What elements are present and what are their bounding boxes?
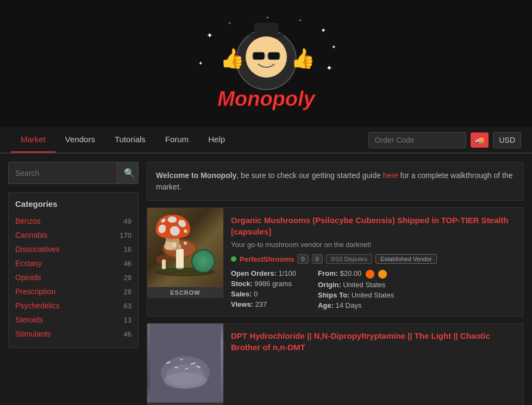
disputes-badge-1: 0/10 Disputes	[326, 254, 372, 264]
category-benzos[interactable]: Benzos 49	[15, 214, 132, 228]
svg-rect-13	[268, 52, 280, 60]
nav-forum[interactable]: Forum	[155, 127, 198, 153]
product-listing: Welcome to Monopoly, be sure to check ou…	[147, 162, 524, 405]
svg-text:🍄: 🍄	[201, 257, 211, 268]
ships-to-1: Ships To: United States	[318, 291, 394, 299]
svg-rect-10	[254, 23, 278, 36]
category-opioids[interactable]: Opioids 29	[15, 270, 132, 284]
stock-1: Stock: 9986 grams	[231, 280, 296, 288]
svg-text:✦: ✦	[331, 44, 336, 50]
nav-market[interactable]: Market	[11, 127, 55, 153]
escrow-badge-1: ESCROW	[147, 287, 223, 298]
order-code-submit[interactable]: 🚚	[471, 132, 489, 148]
search-button[interactable]: 🔍	[117, 162, 139, 183]
open-orders-1: Open Orders: 1/100	[231, 269, 296, 277]
logo-svg: ✦ ✦ ✦ ✦ ✦ + + + 👍 👍 Mono	[190, 11, 342, 119]
search-input[interactable]	[9, 163, 117, 183]
product-image-1: 🍄	[147, 208, 223, 287]
svg-point-24	[179, 245, 181, 248]
svg-point-41	[164, 372, 207, 389]
order-code-input[interactable]	[368, 132, 466, 148]
currency-badge: USD	[493, 132, 521, 148]
logo: ✦ ✦ ✦ ✦ ✦ + + + 👍 👍 Mono	[190, 11, 342, 122]
category-prescription[interactable]: Prescription 28	[15, 284, 132, 299]
product-image-wrap-2	[147, 324, 223, 405]
svg-text:👍: 👍	[220, 47, 245, 70]
svg-point-11	[246, 36, 287, 78]
nav-tutorials[interactable]: Tutorials	[105, 127, 155, 153]
header: ✦ ✦ ✦ ✦ ✦ + + + 👍 👍 Mono	[0, 0, 532, 127]
categories-panel: Categories Benzos 49 Cannabis 170 Dissoc…	[8, 192, 139, 348]
views-1: Views: 237	[231, 300, 296, 308]
welcome-link[interactable]: here	[383, 171, 398, 180]
product-details-1: Open Orders: 1/100 Stock: 9986 grams Sal…	[231, 269, 516, 309]
product-title-2[interactable]: DPT Hydrochloride || N,N-Dipropyltryptam…	[231, 330, 516, 353]
search-box: 🔍	[8, 162, 139, 184]
svg-rect-12	[253, 52, 265, 60]
svg-text:+: +	[299, 18, 302, 23]
nav-vendors[interactable]: Vendors	[55, 127, 105, 153]
vendor-online-indicator-1	[231, 256, 236, 262]
category-cannabis[interactable]: Cannabis 170	[15, 228, 132, 242]
vendor-badge-count1: 0	[297, 254, 308, 264]
svg-point-23	[184, 242, 187, 245]
from-1: From: $20.00	[318, 269, 394, 279]
svg-point-25	[192, 252, 211, 263]
welcome-message: Welcome to Monopoly, be sure to check ou…	[147, 162, 524, 201]
svg-rect-26	[199, 257, 204, 270]
nav-links: Market Vendors Tutorials Forum Help	[11, 127, 368, 153]
product-image-2	[147, 324, 223, 402]
svg-point-30	[195, 253, 214, 273]
product-info-1: Organic Mushrooms (Psilocybe Cubensis) S…	[223, 208, 523, 316]
mushroom-illustration: 🍄	[150, 215, 221, 280]
svg-rect-21	[176, 249, 184, 269]
svg-text:✦: ✦	[326, 64, 333, 72]
product-image-wrap-1: 🍄 ESCROW	[147, 208, 223, 316]
product-title-1[interactable]: Organic Mushrooms (Psilocybe Cubensis) S…	[231, 214, 516, 237]
dpt-illustration	[150, 324, 221, 402]
svg-text:+: +	[266, 15, 269, 20]
svg-point-22	[172, 243, 177, 247]
svg-text:✦: ✦	[206, 31, 213, 40]
svg-text:+: +	[228, 21, 231, 26]
product-card-1: 🍄 ESCROW Organic Mushrooms (Psilocybe Cu…	[147, 207, 524, 317]
svg-text:✦: ✦	[198, 60, 203, 66]
product-card-2: DPT Hydrochloride || N,N-Dipropyltryptam…	[147, 323, 524, 405]
category-psychedelics[interactable]: Psychedelics 63	[15, 299, 132, 313]
svg-point-29	[158, 268, 212, 274]
product-desc-1: Your go-to mushroom vendor on the darkne…	[231, 241, 516, 249]
welcome-title: Welcome to Monopoly	[156, 171, 236, 180]
monero-icon	[366, 270, 374, 279]
category-stimulants[interactable]: Stimulants 46	[15, 327, 132, 341]
category-ecstasy[interactable]: Ecstasy 46	[15, 256, 132, 270]
vendor-name-1[interactable]: PerfectShrooms	[240, 255, 294, 263]
categories-title: Categories	[15, 199, 132, 208]
detail-col-left-1: Open Orders: 1/100 Stock: 9986 grams Sal…	[231, 269, 296, 309]
bitcoin-icon	[378, 270, 387, 279]
sidebar: 🔍 Categories Benzos 49 Cannabis 170 Diss…	[8, 162, 139, 405]
category-steroids[interactable]: Steroids 13	[15, 313, 132, 327]
product-info-2: DPT Hydrochloride || N,N-Dipropyltryptam…	[223, 324, 523, 405]
svg-text:Monopoly: Monopoly	[217, 87, 316, 110]
nav-right: 🚚 USD	[368, 132, 521, 148]
nav-help[interactable]: Help	[198, 127, 235, 153]
category-dissociatives[interactable]: Dissociatives 16	[15, 242, 132, 256]
sales-1: Sales: 0	[231, 290, 296, 298]
nav-bar: Market Vendors Tutorials Forum Help 🚚 US…	[0, 127, 532, 154]
detail-col-right-1: From: $20.00 Origin: United States Ships…	[318, 269, 394, 309]
age-1: Age: 14 Days	[318, 301, 394, 309]
svg-text:✦: ✦	[321, 27, 326, 34]
vendor-type-badge-1: Established Vendor	[375, 254, 437, 264]
vendor-badge-count2: 0	[312, 254, 323, 264]
escrow-badge-2	[147, 402, 223, 405]
main-content: 🔍 Categories Benzos 49 Cannabis 170 Diss…	[0, 154, 532, 405]
origin-1: Origin: United States	[318, 281, 394, 289]
vendor-row-1: PerfectShrooms 0 0 0/10 Disputes Establi…	[231, 254, 516, 264]
svg-text:👍: 👍	[291, 47, 315, 70]
svg-rect-28	[162, 260, 166, 269]
